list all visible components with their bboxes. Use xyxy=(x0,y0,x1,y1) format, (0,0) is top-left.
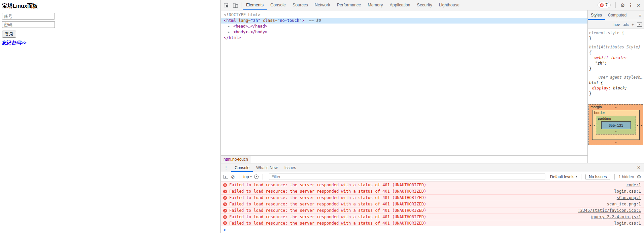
source-link[interactable]: code:1 xyxy=(626,183,641,187)
password-input[interactable] xyxy=(2,21,55,28)
toolbar-divider xyxy=(241,2,241,8)
error-icon xyxy=(223,209,227,212)
console-error-row: Failed to load resource: the server resp… xyxy=(221,188,644,194)
style-rule-user-agent[interactable]: user agent stylesh… html { display: bloc… xyxy=(588,73,644,98)
devtools-body: <!DOCTYPE html> <html lang="zh" class="n… xyxy=(221,10,644,163)
console-settings-gear-icon[interactable]: ⚙ xyxy=(637,174,641,179)
console-error-row: Failed to load resource: the server resp… xyxy=(221,220,644,226)
live-expression-eye-icon[interactable] xyxy=(254,174,259,179)
tab-computed[interactable]: Computed xyxy=(605,10,630,20)
dom-node-html-close[interactable]: </html> xyxy=(221,35,587,41)
settings-gear-icon[interactable]: ⚙ xyxy=(620,3,625,8)
dom-node-body[interactable]: ▶ <body>…</body> xyxy=(221,29,587,35)
new-style-rule-button[interactable]: + xyxy=(632,23,634,27)
console-error-row: Failed to load resource: the server resp… xyxy=(221,194,644,201)
chevron-down-icon: ▾ xyxy=(576,175,577,178)
drawer-tab-whats-new[interactable]: What's New xyxy=(253,163,281,172)
toolbar-divider xyxy=(239,174,239,180)
page-title: 宝塔Linux面板 xyxy=(2,3,69,10)
box-model-padding[interactable]: padding- - 655×131 - - xyxy=(596,116,636,134)
source-link[interactable]: sCan.png:1 xyxy=(617,195,641,200)
console-drawer: ⋮ Console What's New Issues ✕ ▶ ⊘ top ▾ … xyxy=(221,163,644,233)
box-model-content[interactable]: 655×131 xyxy=(601,121,631,129)
log-levels-select[interactable]: Default levels ▾ xyxy=(550,174,577,179)
style-rule-attributes[interactable]: html[Attributes Style] { -webkit-locale:… xyxy=(588,43,644,73)
tab-security[interactable]: Security xyxy=(414,0,436,10)
screen: 宝塔Linux面板 登录 忘记密码>> Elements Consol xyxy=(0,0,644,233)
styles-toolbar: :hov .cls + ◂ xyxy=(588,20,644,29)
chevron-down-icon: ▾ xyxy=(250,175,251,178)
hidden-messages-count[interactable]: 1 hidden xyxy=(619,174,634,179)
dom-node-doctype[interactable]: <!DOCTYPE html> xyxy=(221,12,587,18)
error-count-badge[interactable]: 7 xyxy=(598,2,611,8)
tab-performance[interactable]: Performance xyxy=(334,0,365,10)
drawer-header: ⋮ Console What's New Issues ✕ xyxy=(221,163,644,172)
breadcrumb-bar: html.no-touch xyxy=(221,155,587,163)
console-filter-input[interactable] xyxy=(269,173,545,180)
tab-network[interactable]: Network xyxy=(311,0,334,10)
devtools-toolbar: Elements Console Sources Network Perform… xyxy=(221,0,644,10)
more-tabs-chevron-icon[interactable]: » xyxy=(636,10,644,20)
javascript-context-select[interactable]: top ▾ xyxy=(243,174,252,179)
console-error-row: Failed to load resource: the server resp… xyxy=(221,182,644,188)
dom-node-head[interactable]: ▶ <head>…</head> xyxy=(221,24,587,29)
console-sidebar-toggle-icon[interactable]: ▶ xyxy=(224,175,228,179)
expand-arrow-icon[interactable]: ▶ xyxy=(228,31,230,34)
expand-arrow-icon[interactable]: ▶ xyxy=(228,25,230,28)
prompt-chevron-icon: > xyxy=(224,228,226,232)
toolbar-divider xyxy=(615,2,616,8)
tab-sources[interactable]: Sources xyxy=(289,0,311,10)
source-link[interactable]: login.css:1 xyxy=(614,189,641,194)
tab-console[interactable]: Console xyxy=(267,0,289,10)
toolbar-left-icons xyxy=(221,0,240,10)
login-form: 宝塔Linux面板 登录 忘记密码>> xyxy=(2,3,69,46)
device-toolbar-icon[interactable] xyxy=(233,2,238,8)
stylesheet-origin: user agent stylesh… xyxy=(589,75,643,80)
error-icon xyxy=(223,221,227,225)
box-model-margin[interactable]: margin- - border- - padding- xyxy=(588,104,643,145)
toolbar-right: 7 ⚙ ⋮ ✕ xyxy=(598,0,644,10)
source-link[interactable]: jquery-2.2.4.min.js:1 xyxy=(590,215,641,219)
tab-styles[interactable]: Styles xyxy=(588,10,605,20)
tab-elements[interactable]: Elements xyxy=(243,0,267,10)
no-issues-button[interactable]: No Issues xyxy=(585,174,610,180)
error-icon xyxy=(223,190,227,193)
close-drawer-icon[interactable]: ✕ xyxy=(634,163,644,172)
error-count: 7 xyxy=(605,3,608,7)
tab-application[interactable]: Application xyxy=(386,0,413,10)
inspect-element-icon[interactable] xyxy=(224,2,229,8)
elements-pane: <!DOCTYPE html> <html lang="zh" class="n… xyxy=(221,10,587,163)
toolbar-divider xyxy=(581,174,581,180)
webpage-viewport: 宝塔Linux面板 登录 忘记密码>> xyxy=(0,0,221,233)
box-model-border[interactable]: border- - padding- - 655×131 - xyxy=(592,110,640,140)
forgot-password-link[interactable]: 忘记密码>> xyxy=(2,40,26,45)
toggle-class-button[interactable]: .cls xyxy=(623,23,629,27)
drawer-tab-issues[interactable]: Issues xyxy=(281,163,300,172)
source-link[interactable]: scan_ico.png:1 xyxy=(607,202,641,206)
tab-lighthouse[interactable]: Lighthouse xyxy=(436,0,463,10)
console-prompt[interactable]: > xyxy=(221,226,644,232)
panel-layout-toggle-icon[interactable]: ◂ xyxy=(637,23,642,27)
breadcrumb-html[interactable]: html.no-touch xyxy=(221,156,251,163)
account-input[interactable] xyxy=(2,13,55,20)
error-icon xyxy=(223,215,227,219)
console-toolbar: ▶ ⊘ top ▾ Default levels ▾ No Issues 1 h… xyxy=(221,172,644,182)
source-link[interactable]: login.css:1 xyxy=(614,221,641,226)
style-rule-element-style[interactable]: element.style { } xyxy=(588,29,644,43)
login-button[interactable]: 登录 xyxy=(2,31,16,38)
drawer-menu-kebab-icon[interactable]: ⋮ xyxy=(221,163,231,172)
selected-node-hint: == $0 xyxy=(309,18,321,23)
console-messages: Failed to load resource: the server resp… xyxy=(221,182,644,226)
toolbar-divider xyxy=(614,174,615,180)
styles-sidebar: Styles Computed » :hov .cls + ◂ element.… xyxy=(587,10,644,163)
drawer-tab-console[interactable]: Console xyxy=(231,163,253,172)
source-link[interactable]: :2345/static/favicon.ico:1 xyxy=(578,208,641,213)
console-error-row: Failed to load resource: the server resp… xyxy=(221,201,644,207)
error-icon xyxy=(223,196,227,200)
dom-node-html-selected[interactable]: <html lang="zh" class="no-touch"> == $0 xyxy=(221,18,587,24)
toggle-hover-state-button[interactable]: :hov xyxy=(612,23,620,27)
more-options-kebab-icon[interactable]: ⋮ xyxy=(628,3,633,7)
clear-console-icon[interactable]: ⊘ xyxy=(231,174,235,179)
close-devtools-icon[interactable]: ✕ xyxy=(636,3,641,8)
tab-memory[interactable]: Memory xyxy=(364,0,386,10)
